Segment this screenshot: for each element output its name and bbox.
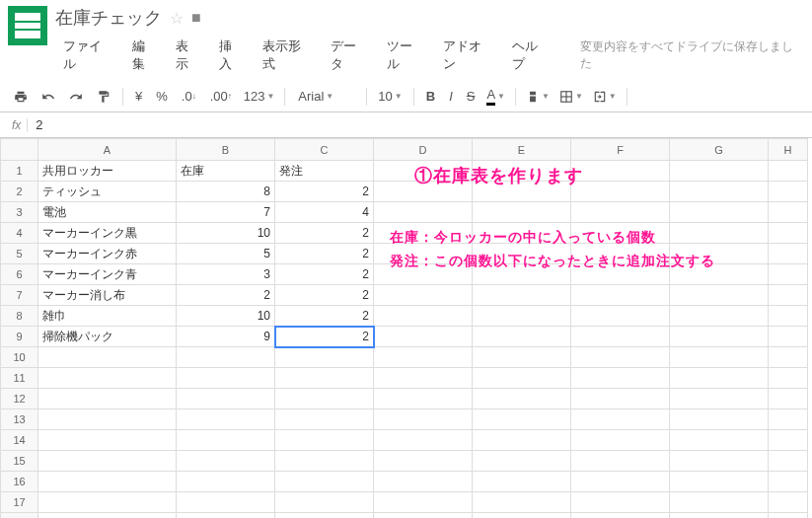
cell-B2[interactable]: 8: [177, 182, 275, 202]
cell-G7[interactable]: [670, 285, 769, 306]
col-header-F[interactable]: F: [571, 139, 670, 161]
col-header-B[interactable]: B: [177, 139, 275, 161]
font-family-dropdown[interactable]: Arial▼: [291, 86, 360, 107]
row-header-10[interactable]: 10: [1, 347, 38, 368]
cell-B6[interactable]: 3: [177, 264, 275, 285]
cell-D15[interactable]: [374, 451, 473, 472]
cell-A2[interactable]: ティッシュ: [38, 182, 177, 202]
cell-A3[interactable]: 電池: [38, 202, 177, 223]
menu-view[interactable]: 表示: [168, 34, 209, 77]
cell-F1[interactable]: [571, 161, 670, 182]
cell-D16[interactable]: [374, 472, 473, 492]
row-header-5[interactable]: 5: [1, 244, 38, 264]
cell-F11[interactable]: [571, 368, 670, 389]
undo-icon[interactable]: [36, 86, 61, 108]
cell-H8[interactable]: [769, 306, 808, 327]
cell-G1[interactable]: [670, 161, 769, 182]
cell-E3[interactable]: [473, 202, 571, 223]
col-header-E[interactable]: E: [473, 139, 571, 161]
cell-C17[interactable]: [275, 492, 374, 513]
cell-B7[interactable]: 2: [177, 285, 275, 306]
cell-G14[interactable]: [670, 430, 769, 451]
cell-E8[interactable]: [473, 306, 571, 327]
cell-E13[interactable]: [473, 409, 571, 430]
cell-A10[interactable]: [38, 347, 177, 368]
redo-icon[interactable]: [63, 86, 89, 108]
cell-F17[interactable]: [571, 492, 670, 513]
cell-C5[interactable]: 2: [275, 244, 374, 264]
cell-H16[interactable]: [769, 472, 808, 492]
cell-B10[interactable]: [177, 347, 275, 368]
cell-H2[interactable]: [769, 182, 808, 202]
cell-D4[interactable]: [374, 223, 473, 244]
italic-button[interactable]: I: [443, 85, 459, 108]
cell-C7[interactable]: 2: [275, 285, 374, 306]
cell-E9[interactable]: [473, 327, 571, 347]
cell-B3[interactable]: 7: [177, 202, 275, 223]
cell-C14[interactable]: [275, 430, 374, 451]
cell-A9[interactable]: 掃除機パック: [38, 327, 177, 347]
cell-G10[interactable]: [670, 347, 769, 368]
menu-tools[interactable]: ツール: [379, 34, 433, 77]
cell-E14[interactable]: [473, 430, 571, 451]
col-header-H[interactable]: H: [769, 139, 808, 161]
cell-H13[interactable]: [769, 409, 808, 430]
menu-edit[interactable]: 編集: [124, 34, 166, 77]
cell-F4[interactable]: [571, 223, 670, 244]
bold-button[interactable]: B: [420, 85, 441, 108]
cell-G16[interactable]: [670, 472, 769, 492]
cell-F12[interactable]: [571, 389, 670, 409]
cell-E16[interactable]: [473, 472, 571, 492]
strikethrough-button[interactable]: S: [461, 85, 481, 108]
cell-D14[interactable]: [374, 430, 473, 451]
cell-B18[interactable]: [177, 513, 275, 519]
cell-F16[interactable]: [571, 472, 670, 492]
fill-color-dropdown[interactable]: ▼: [522, 88, 554, 106]
cell-H10[interactable]: [769, 347, 808, 368]
cell-D10[interactable]: [374, 347, 473, 368]
cell-F14[interactable]: [571, 430, 670, 451]
cell-C10[interactable]: [275, 347, 374, 368]
cell-B9[interactable]: 9: [177, 327, 275, 347]
cell-G18[interactable]: [670, 513, 769, 519]
cell-B11[interactable]: [177, 368, 275, 389]
cell-D11[interactable]: [374, 368, 473, 389]
col-header-G[interactable]: G: [670, 139, 769, 161]
cell-D6[interactable]: [374, 264, 473, 285]
cell-H14[interactable]: [769, 430, 808, 451]
cell-B12[interactable]: [177, 389, 275, 409]
decrease-decimal-button[interactable]: .0↓: [176, 85, 202, 108]
cell-G17[interactable]: [670, 492, 769, 513]
cell-A8[interactable]: 雑巾: [38, 306, 177, 327]
row-header-11[interactable]: 11: [1, 368, 38, 389]
cell-D17[interactable]: [374, 492, 473, 513]
cell-D5[interactable]: [374, 244, 473, 264]
cell-C9[interactable]: 2: [275, 327, 374, 347]
cell-C16[interactable]: [275, 472, 374, 492]
row-header-16[interactable]: 16: [1, 472, 38, 492]
star-icon[interactable]: ☆: [170, 9, 184, 28]
cell-H17[interactable]: [769, 492, 808, 513]
cell-C6[interactable]: 2: [275, 264, 374, 285]
cell-G11[interactable]: [670, 368, 769, 389]
row-header-15[interactable]: 15: [1, 451, 38, 472]
cell-C1[interactable]: 発注: [275, 161, 374, 182]
cell-G2[interactable]: [670, 182, 769, 202]
col-header-C[interactable]: C: [275, 139, 374, 161]
cell-B13[interactable]: [177, 409, 275, 430]
cell-F2[interactable]: [571, 182, 670, 202]
row-header-12[interactable]: 12: [1, 389, 38, 409]
cell-H9[interactable]: [769, 327, 808, 347]
cell-E2[interactable]: [473, 182, 571, 202]
cell-F13[interactable]: [571, 409, 670, 430]
formula-input[interactable]: 2: [28, 115, 806, 134]
cell-G4[interactable]: [670, 223, 769, 244]
number-format-dropdown[interactable]: 123▼: [240, 87, 279, 106]
font-size-dropdown[interactable]: 10▼: [373, 86, 406, 107]
cell-A5[interactable]: マーカーインク赤: [38, 244, 177, 264]
cell-E15[interactable]: [473, 451, 571, 472]
cell-H5[interactable]: [769, 244, 808, 264]
menu-file[interactable]: ファイル: [55, 34, 122, 77]
cell-C15[interactable]: [275, 451, 374, 472]
cell-F5[interactable]: [571, 244, 670, 264]
